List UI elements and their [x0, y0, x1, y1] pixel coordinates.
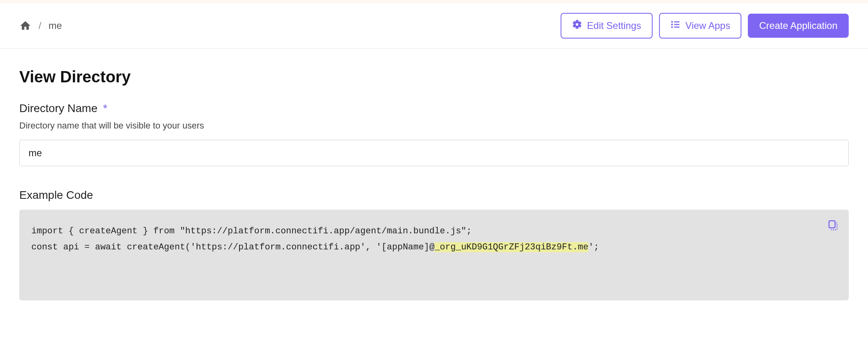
breadcrumb-separator: /: [39, 20, 41, 31]
view-apps-button[interactable]: View Apps: [659, 13, 742, 39]
page-title: View Directory: [19, 68, 849, 86]
directory-name-label: Directory Name *: [19, 102, 849, 115]
code-line-2-suffix: ';: [588, 242, 599, 252]
header: / me Edit Settings View Apps: [0, 3, 868, 49]
view-apps-label: View Apps: [686, 20, 731, 31]
example-code-label: Example Code: [19, 189, 849, 202]
top-accent-bar: [0, 0, 868, 3]
list-icon: [670, 19, 681, 32]
code-line-1: import { createAgent } from "https://pla…: [31, 226, 472, 236]
required-asterisk: *: [103, 102, 107, 114]
create-application-label: Create Application: [759, 20, 837, 31]
svg-point-2: [671, 27, 672, 28]
main-content: View Directory Directory Name * Director…: [0, 49, 868, 320]
copy-code-button[interactable]: [827, 219, 839, 231]
breadcrumb: / me: [19, 20, 62, 32]
edit-settings-button[interactable]: Edit Settings: [561, 13, 653, 39]
header-actions: Edit Settings View Apps Create Applicati…: [561, 13, 849, 39]
breadcrumb-current: me: [49, 20, 62, 31]
directory-name-label-text: Directory Name: [19, 102, 97, 114]
directory-name-helper: Directory name that will be visible to y…: [19, 120, 849, 131]
code-line-2-prefix: const api = await createAgent('https://p…: [31, 242, 434, 252]
edit-settings-label: Edit Settings: [587, 20, 641, 31]
create-application-button[interactable]: Create Application: [748, 14, 849, 38]
code-block: import { createAgent } from "https://pla…: [19, 210, 849, 300]
directory-name-input[interactable]: [19, 140, 849, 166]
gear-icon: [572, 19, 582, 32]
code-highlight-org-id: _org_uKD9G1QGrZFj23qiBz9Ft.me: [434, 242, 588, 252]
home-icon[interactable]: [19, 20, 31, 32]
svg-rect-7: [829, 221, 835, 228]
svg-point-0: [671, 21, 672, 22]
svg-point-1: [671, 24, 672, 25]
